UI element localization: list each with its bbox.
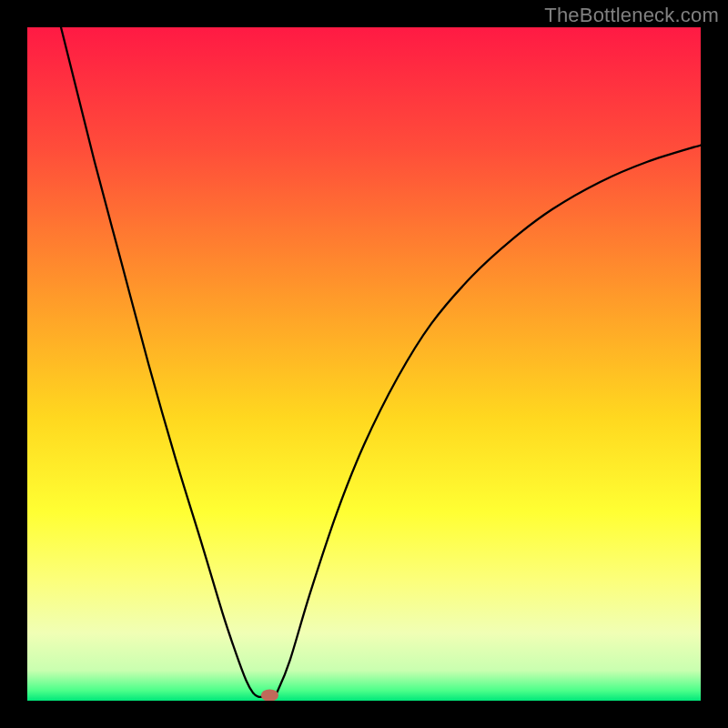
chart-svg — [27, 27, 701, 701]
gradient-bg — [27, 27, 701, 701]
watermark-text: TheBottleneck.com — [544, 4, 719, 27]
plot-area — [27, 27, 701, 701]
chart-frame: TheBottleneck.com — [0, 0, 728, 728]
